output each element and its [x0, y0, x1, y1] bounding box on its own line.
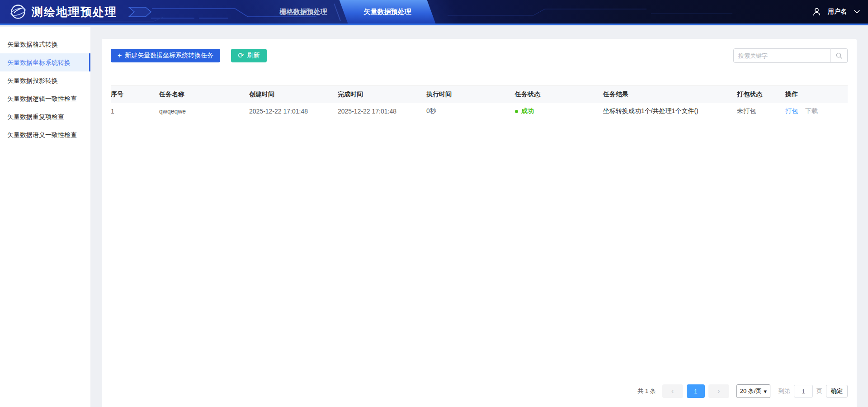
goto-page-input[interactable] [794, 385, 813, 398]
page-size-value: 20 条/页 [740, 387, 762, 395]
app-logo-icon [10, 4, 26, 20]
goto-page-suffix: 页 [816, 387, 822, 395]
column-header-package-status: 打包状态 [737, 86, 785, 103]
sidebar-item-semantic-consistency-check[interactable]: 矢量数据语义一致性检查 [0, 126, 90, 144]
user-menu[interactable]: 用户名 [813, 0, 860, 24]
column-header-finished-at: 完成时间 [338, 86, 426, 103]
sidebar-item-coordinate-system-conversion[interactable]: 矢量数据坐标系统转换 [0, 53, 90, 71]
cell-package-status: 未打包 [737, 103, 785, 120]
app-header: 测绘地理预处理 栅格数据预处理 矢量数据预处理 用户名 [0, 0, 868, 25]
sidebar-item-projection-conversion[interactable]: 矢量数据投影转换 [0, 71, 90, 90]
toolbar: + 新建矢量数据坐标系统转换任务 ⟳ 刷新 [111, 39, 848, 63]
table-header-row: 序号 任务名称 创建时间 完成时间 执行时间 任务状态 任务结果 打包状态 操作 [111, 86, 848, 103]
search-input[interactable] [733, 48, 830, 63]
column-header-duration: 执行时间 [426, 86, 515, 103]
tab-vector-preprocessing[interactable]: 矢量数据预处理 [344, 0, 431, 24]
column-header-status: 任务状态 [515, 86, 603, 103]
confirm-button[interactable]: 确定 [826, 385, 848, 398]
success-dot-icon [515, 110, 518, 113]
sidebar-item-format-conversion[interactable]: 矢量数据格式转换 [0, 35, 90, 53]
cell-index: 1 [111, 103, 159, 120]
cell-duration: 0秒 [426, 103, 515, 120]
sidebar-item-logical-consistency-check[interactable]: 矢量数据逻辑一致性检查 [0, 90, 90, 108]
column-header-created-at: 创建时间 [249, 86, 338, 103]
page-number-button[interactable]: 1 [687, 384, 705, 398]
next-page-button[interactable]: › [708, 384, 729, 398]
column-header-index: 序号 [111, 86, 159, 103]
cell-actions: 打包 下载 [785, 103, 848, 120]
package-link[interactable]: 打包 [785, 107, 798, 114]
refresh-button-label: 刷新 [247, 52, 260, 60]
chevron-left-icon: ‹ [671, 387, 674, 395]
goto-page-prefix: 到第 [778, 387, 790, 395]
chevron-down-icon [854, 10, 860, 14]
page-size-select[interactable]: 20 条/页 ▾ [736, 384, 770, 398]
page-title: 测绘地理预处理 [32, 5, 117, 19]
table-row: 1 qwqeqwe 2025-12-22 17:01:48 2025-12-22… [111, 103, 848, 120]
main-area: + 新建矢量数据坐标系统转换任务 ⟳ 刷新 [90, 27, 868, 407]
refresh-icon: ⟳ [238, 52, 244, 59]
column-header-result: 任务结果 [603, 86, 737, 103]
download-link[interactable]: 下载 [805, 107, 818, 114]
plus-icon: + [118, 52, 122, 59]
search-button[interactable] [830, 48, 848, 63]
column-header-task-name: 任务名称 [159, 86, 249, 103]
search-icon [835, 52, 843, 59]
cell-finished-at: 2025-12-22 17:01:48 [338, 103, 426, 120]
previous-page-button[interactable]: ‹ [662, 384, 683, 398]
search-box [733, 48, 848, 63]
toolbar-buttons: + 新建矢量数据坐标系统转换任务 ⟳ 刷新 [111, 49, 267, 62]
user-name: 用户名 [828, 8, 847, 16]
cell-created-at: 2025-12-22 17:01:48 [249, 103, 338, 120]
sidebar-item-duplicate-check[interactable]: 矢量数据重复项检查 [0, 108, 90, 126]
tab-raster-preprocessing[interactable]: 栅格数据预处理 [265, 0, 342, 24]
task-table: 序号 任务名称 创建时间 完成时间 执行时间 任务状态 任务结果 打包状态 操作… [111, 85, 848, 120]
sidebar: 矢量数据格式转换 矢量数据坐标系统转换 矢量数据投影转换 矢量数据逻辑一致性检查… [0, 27, 90, 407]
status-badge: 成功 [521, 107, 534, 115]
cell-task-name: qwqeqwe [159, 103, 249, 120]
caret-down-icon: ▾ [764, 388, 767, 395]
column-header-actions: 操作 [785, 86, 848, 103]
new-task-button-label: 新建矢量数据坐标系统转换任务 [125, 52, 213, 60]
pagination: 共 1 条 ‹ 1 › 20 条/页 ▾ 到第 页 确定 [637, 384, 848, 398]
content-card: + 新建矢量数据坐标系统转换任务 ⟳ 刷新 [102, 39, 857, 407]
chevron-right-icon: › [717, 387, 720, 395]
user-icon [813, 8, 821, 16]
refresh-button[interactable]: ⟳ 刷新 [231, 49, 266, 62]
brand: 测绘地理预处理 [10, 0, 117, 24]
new-task-button[interactable]: + 新建矢量数据坐标系统转换任务 [111, 49, 220, 62]
cell-status: 成功 [515, 103, 603, 120]
pagination-total: 共 1 条 [637, 387, 656, 395]
cell-result: 坐标转换成功1个/共处理1个文件() [603, 103, 737, 120]
